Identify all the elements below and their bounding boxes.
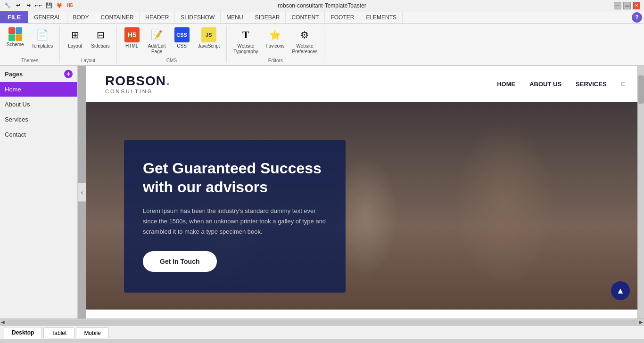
layout-group-label: Layout [81, 58, 95, 63]
menu-menu[interactable]: MENU [221, 11, 249, 23]
footer-menu[interactable]: FOOTER [325, 11, 360, 23]
css-icon: CSS [174, 27, 190, 42]
themes-items: Scheme 📄 Templates [4, 25, 56, 57]
typography-label: WebsiteTypography [233, 43, 258, 55]
logo-name: ROBSON. [105, 74, 170, 89]
pages-title: Pages [5, 71, 23, 78]
pages-sidebar: Pages + Home About Us Services Contact [0, 66, 78, 318]
close-button[interactable]: ✕ [633, 2, 640, 9]
content-menu[interactable]: CONTENT [286, 11, 325, 23]
elements-menu[interactable]: ELEMENTS [360, 11, 403, 23]
sidebar-item-contact[interactable]: Contact [0, 127, 77, 142]
tab-tablet[interactable]: Tablet [43, 327, 74, 338]
sidebar-header: Pages + [0, 66, 77, 82]
add-page-button[interactable]: + [64, 70, 73, 78]
layout-group: ⊞ Layout ⊟ Sidebars Layout [60, 25, 116, 63]
vertical-scrollbar[interactable] [637, 66, 644, 318]
layout-items: ⊞ Layout ⊟ Sidebars [64, 25, 112, 57]
themes-group: Scheme 📄 Templates Themes [0, 25, 60, 63]
hero-description: Lorem Ipsum has been the industry's stan… [143, 206, 327, 237]
app-icon: 🔧 [4, 2, 11, 9]
css-button[interactable]: CSS CSS [171, 25, 193, 51]
tab-desktop[interactable]: Desktop [4, 327, 42, 339]
ribbon-toolbar: Scheme 📄 Templates Themes ⊞ Layout ⊟ Sid… [0, 24, 644, 66]
undo-icon[interactable]: ↩ [14, 2, 22, 9]
slideshow-menu[interactable]: SLIDESHOW [175, 11, 221, 23]
javascript-button[interactable]: JS JavaScript [195, 25, 223, 51]
css-label: CSS [177, 43, 187, 49]
nav-more[interactable]: C [621, 81, 625, 88]
canvas-area: ‹ ROBSON. CONSULTING HOME ABOUT US SERVI… [78, 66, 644, 318]
favicons-icon: ⭐ [268, 27, 283, 42]
website-preview: ROBSON. CONSULTING HOME ABOUT US SERVICE… [86, 66, 644, 318]
tab-mobile[interactable]: Mobile [76, 327, 108, 338]
cms-group-label: CMS [166, 58, 177, 63]
add-page-icon: 📝 [149, 27, 165, 42]
layout-icon: ⊞ [67, 27, 83, 42]
scroll-right-arrow[interactable]: ▶ [639, 319, 643, 325]
maximize-button[interactable]: ▭ [623, 2, 631, 9]
header-menu[interactable]: HEADER [140, 11, 175, 23]
layout-label: Layout [68, 43, 82, 49]
site-logo: ROBSON. CONSULTING [105, 74, 170, 94]
bottom-tab-bar: Desktop Tablet Mobile [0, 325, 644, 339]
nav-about-us[interactable]: ABOUT US [529, 81, 561, 88]
cms-items: H5 HTML 📝 Add/EditPage CSS CSS JS JavaSc… [121, 25, 223, 57]
body-menu[interactable]: BODY [67, 11, 95, 23]
ribbon-menu-bar: FILE GENERAL BODY CONTAINER HEADER SLIDE… [0, 11, 644, 24]
cms-group: H5 HTML 📝 Add/EditPage CSS CSS JS JavaSc… [117, 25, 227, 63]
templates-label: Templates [32, 43, 53, 49]
templates-button[interactable]: 📄 Templates [29, 25, 56, 51]
html-button[interactable]: H5 HTML [121, 25, 143, 51]
redo-icon[interactable]: ↪ [25, 2, 32, 9]
firefox-icon[interactable]: 🦊 [56, 2, 63, 9]
hero-title: Get Guaranteed Success with our advisors [143, 159, 327, 196]
editors-group: T WebsiteTypography ⭐ Favicons ⚙ Website… [227, 25, 324, 63]
add-edit-page-button[interactable]: 📝 Add/EditPage [145, 25, 169, 57]
sidebar-item-services[interactable]: Services [0, 112, 77, 127]
sidebar-item-home[interactable]: Home [0, 82, 77, 97]
logo-sub: CONSULTING [105, 89, 170, 94]
scrollbar-thumb[interactable] [638, 75, 644, 104]
sidebar-item-about-us[interactable]: About Us [0, 97, 77, 112]
editors-items: T WebsiteTypography ⭐ Favicons ⚙ Website… [231, 25, 320, 57]
history-icon[interactable]: ↩↩ [35, 2, 42, 9]
preferences-label: WebsitePreferences [292, 43, 318, 55]
container-menu[interactable]: CONTAINER [95, 11, 140, 23]
nav-services[interactable]: SERVICES [576, 81, 607, 88]
editors-group-label: Editors [268, 58, 283, 63]
title-bar: 🔧 ↩ ↪ ↩↩ 💾 🦊 H5 robson-consultant-Templa… [0, 0, 644, 11]
help-button[interactable]: ? [632, 12, 642, 23]
add-page-label: Add/EditPage [148, 43, 166, 55]
preferences-icon: ⚙ [297, 27, 312, 42]
typography-icon: T [238, 27, 253, 42]
scroll-left-arrow[interactable]: ◀ [1, 319, 5, 325]
title-bar-left: 🔧 ↩ ↪ ↩↩ 💾 🦊 H5 [4, 2, 74, 9]
horizontal-scrollbar[interactable]: ◀ ▶ [0, 318, 644, 325]
layout-button[interactable]: ⊞ Layout [64, 25, 86, 51]
sidebars-button[interactable]: ⊟ Sidebars [88, 25, 112, 51]
js-label: JavaScript [198, 43, 220, 49]
favicons-label: Favicons [266, 43, 285, 49]
website-preferences-button[interactable]: ⚙ WebsitePreferences [289, 25, 321, 57]
general-menu[interactable]: GENERAL [28, 11, 67, 23]
hero-content: Get Guaranteed Success with our advisors… [124, 140, 346, 293]
favicons-button[interactable]: ⭐ Favicons [263, 25, 288, 51]
scheme-icon [8, 27, 22, 41]
file-menu[interactable]: FILE [0, 11, 28, 23]
scheme-button[interactable]: Scheme [4, 25, 27, 49]
hero-cta-button[interactable]: Get In Touch [143, 251, 217, 272]
canvas-toggle-button[interactable]: ‹ [78, 183, 86, 202]
scroll-top-button[interactable]: ▲ [611, 281, 630, 300]
sidebars-icon: ⊟ [93, 27, 108, 42]
window-controls: — ▭ ✕ [614, 2, 640, 9]
website-typography-button[interactable]: T WebsiteTypography [231, 25, 261, 57]
main-area: Pages + Home About Us Services Contact ‹… [0, 66, 644, 318]
minimize-button[interactable]: — [614, 2, 621, 9]
save-icon[interactable]: 💾 [45, 2, 53, 9]
html-icon: H5 [124, 27, 140, 42]
window-title: robson-consultant-TemplateToaster [278, 2, 366, 9]
nav-home[interactable]: HOME [497, 81, 515, 88]
h5-icon[interactable]: H5 [66, 2, 74, 9]
sidebar-menu[interactable]: SIDEBAR [249, 11, 286, 23]
